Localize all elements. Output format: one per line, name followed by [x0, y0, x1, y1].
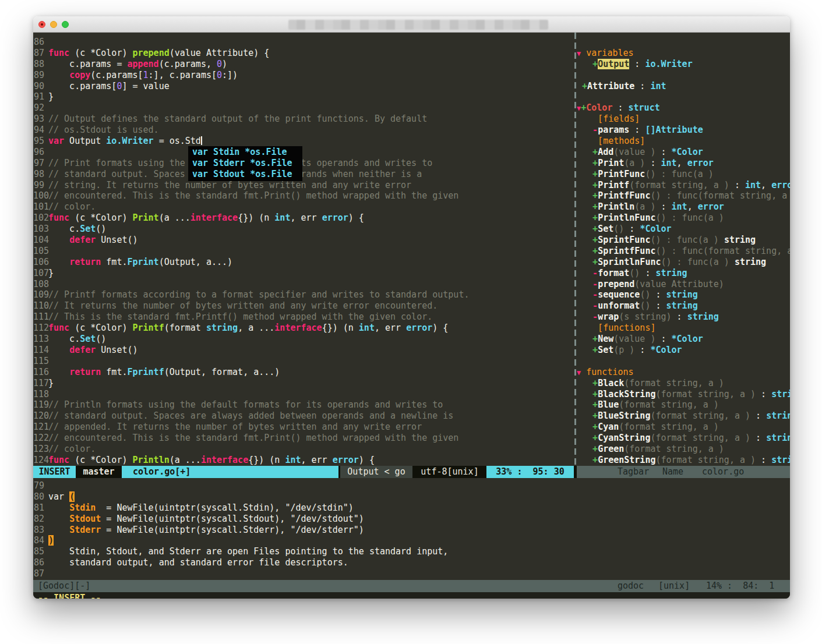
code-line[interactable]: 107}	[33, 268, 574, 279]
tagbar-item[interactable]: +SprintfFunc() : func(format string, a )…	[577, 246, 790, 257]
tagbar-item[interactable]	[577, 37, 790, 48]
tagbar-item[interactable]	[577, 91, 790, 102]
code-line[interactable]: 120// standard output. Spaces are always…	[33, 411, 574, 422]
tagbar-item[interactable]: +New(value ) : *Color	[577, 334, 790, 345]
code-line[interactable]: 121// appended. It returns the number of…	[33, 422, 574, 433]
tagbar-item[interactable]: +GreenString(format string, a ) : string	[577, 455, 790, 466]
code-line[interactable]: 106 return fmt.Fprint(Output, a...)	[33, 257, 574, 268]
tagbar-item[interactable]: +SprintlnFunc() : func(a ) string	[577, 257, 790, 268]
code-line[interactable]: 109// Printf formats according to a form…	[33, 289, 574, 300]
tagbar-item[interactable]: +SprintFunc() : func(a ) string	[577, 235, 790, 246]
tagbar-item[interactable]: +BlackString(format string, a ) : string	[577, 389, 790, 400]
godoc-line[interactable]: 80var (	[33, 491, 790, 503]
tagbar-item[interactable]: +Add(value ) : *Color	[577, 147, 790, 158]
code-line[interactable]: 116 return fmt.Fprintf(Output, format, a…	[33, 367, 574, 378]
tagbar-item[interactable]: +Printf(format string, a ) : int, error	[577, 180, 790, 191]
code-line[interactable]: 117}	[33, 378, 574, 389]
tagbar-item[interactable]: +Output : io.Writer	[577, 59, 790, 70]
completion-item[interactable]: var Stdout *os.File	[188, 169, 302, 180]
tagbar-item[interactable]: -unformat() : string	[577, 300, 790, 312]
tagbar-item[interactable]: +Green(format string, a )	[577, 444, 790, 455]
code-line[interactable]: 124func (c *Color) Println(a ...interfac…	[33, 455, 574, 466]
code-line[interactable]: 94// os.Stdout is used.	[33, 125, 574, 136]
tagbar-item[interactable]: -prepend(value Attribute)	[577, 279, 790, 290]
tagbar-item[interactable]: [fields]	[577, 114, 790, 125]
godoc-line[interactable]: 84)	[33, 535, 790, 546]
tagbar-item[interactable]: +Attribute : int	[577, 81, 790, 92]
tagbar-item[interactable]: +Blue(format string, a )	[577, 399, 790, 411]
tagbar-item[interactable]: ▼ functions	[577, 367, 790, 378]
godoc-line[interactable]: 86 standard output, and standard error f…	[33, 557, 790, 568]
code-line[interactable]: 95var Output io.Writer = os.Std	[33, 136, 574, 147]
tagbar-item[interactable]: ▼ variables	[577, 48, 790, 59]
tagbar-item[interactable]: -params : []Attribute	[577, 125, 790, 136]
godoc-line[interactable]: 85 Stdin, Stdout, and Stderr are open Fi…	[33, 546, 790, 557]
code-line[interactable]: 104 defer Unset()	[33, 235, 574, 246]
tagbar-item[interactable]: [functions]	[577, 323, 790, 334]
code-line[interactable]: 118	[33, 389, 574, 400]
code-line[interactable]: 108	[33, 279, 574, 290]
code-line[interactable]: 114 defer Unset()	[33, 345, 574, 356]
tagbar-pane[interactable]: ▼ variables +Output : io.Writer +Attribu…	[577, 37, 790, 466]
code-line[interactable]: 88 c.params = append(c.params, 0)	[33, 59, 574, 70]
line-number: 84	[33, 535, 48, 546]
main-editor-pane[interactable]: 8687func (c *Color) prepend(value Attrib…	[33, 37, 574, 466]
code-line[interactable]: 105	[33, 246, 574, 257]
code-line[interactable]: 97// Print formats using the default for…	[33, 158, 574, 169]
tagbar-item[interactable]: +PrintfFunc() : func(format string, a )	[577, 190, 790, 201]
tagbar-item[interactable]	[577, 70, 790, 81]
code-line[interactable]: 86	[33, 37, 574, 48]
tagbar-item[interactable]: +Black(format string, a )	[577, 378, 790, 389]
tagbar-item[interactable]: -wrap(s string) : string	[577, 312, 790, 323]
code-line[interactable]: 123// color.	[33, 444, 574, 455]
window-titlebar[interactable]	[33, 16, 790, 33]
tagbar-item[interactable]: +Set() : *Color	[577, 224, 790, 235]
code-line[interactable]: 103 c.Set()	[33, 224, 574, 235]
code-line[interactable]: 113 c.Set()	[33, 334, 574, 345]
godoc-preview-pane[interactable]: 7980var (81 Stdin = NewFile(uintptr(sysc…	[33, 480, 790, 578]
code-line[interactable]: 91}	[33, 91, 574, 102]
godoc-line[interactable]: 83 Stderr = NewFile(uintptr(syscall.Stde…	[33, 525, 790, 536]
code-line[interactable]: 100// encountered. This is the standard …	[33, 190, 574, 201]
tagbar-item[interactable]: +BlueString(format string, a ) : string	[577, 411, 790, 422]
close-button[interactable]	[38, 21, 45, 28]
code-line[interactable]: 90 c.params[0] = value	[33, 81, 574, 92]
code-line[interactable]: 87func (c *Color) prepend(value Attribut…	[33, 48, 574, 59]
tagbar-item[interactable]: +Cyan(format string, a )	[577, 422, 790, 433]
code-line[interactable]: 119// Println formats using the default …	[33, 399, 574, 411]
tagbar-item[interactable]: -format() : string	[577, 268, 790, 279]
tagbar-item[interactable]: -sequence() : string	[577, 289, 790, 300]
vertical-split-separator[interactable]	[574, 33, 576, 466]
tagbar-item[interactable]: +Println(a ) : int, error	[577, 201, 790, 213]
completion-item[interactable]: var Stderr *os.File	[188, 158, 302, 169]
godoc-line[interactable]: 81 Stdin = NewFile(uintptr(syscall.Stdin…	[33, 503, 790, 514]
tagbar-item[interactable]: +Set(p ) : *Color	[577, 345, 790, 356]
code-line[interactable]: 122// encountered. This is the standard …	[33, 433, 574, 444]
tagbar-item[interactable]: +CyanString(format string, a ) : string	[577, 433, 790, 444]
code-line[interactable]: 92	[33, 102, 574, 114]
tagbar-item[interactable]	[577, 356, 790, 367]
code-line[interactable]: 111// This is the standard fmt.Printf() …	[33, 312, 574, 323]
code-line[interactable]: 96	[33, 147, 574, 158]
code-line[interactable]: 112func (c *Color) Printf(format string,…	[33, 323, 574, 334]
code-line[interactable]: 89 copy(c.params[1:], c.params[0:])	[33, 70, 574, 81]
code-line[interactable]: 93// Output defines the standard output …	[33, 114, 574, 125]
tagbar-item[interactable]: [methods]	[577, 136, 790, 147]
code-line[interactable]: 102func (c *Color) Print(a ...interface{…	[33, 213, 574, 224]
godoc-line[interactable]: 87	[33, 568, 790, 578]
tagbar-item[interactable]: +Print(a ) : int, error	[577, 158, 790, 169]
godoc-line[interactable]: 79	[33, 480, 790, 491]
code-line[interactable]: 101// color.	[33, 201, 574, 213]
tagbar-item[interactable]: ▼+Color : struct	[577, 102, 790, 114]
code-line[interactable]: 110// It returns the number of bytes wri…	[33, 300, 574, 312]
tagbar-item[interactable]: +PrintFunc() : func(a )	[577, 169, 790, 180]
line-text: // string. It returns the number of byte…	[48, 180, 411, 191]
code-line[interactable]: 99// string. It returns the number of by…	[33, 180, 574, 191]
completion-item[interactable]: var Stdin *os.File	[188, 147, 302, 158]
zoom-button[interactable]	[62, 21, 69, 28]
minimize-button[interactable]	[50, 21, 57, 28]
code-line[interactable]: 115	[33, 356, 574, 367]
tagbar-item[interactable]: +PrintlnFunc() : func(a )	[577, 213, 790, 224]
godoc-line[interactable]: 82 Stdout = NewFile(uintptr(syscall.Stdo…	[33, 514, 790, 525]
code-line[interactable]: 98// standard output. Spaces are added b…	[33, 169, 574, 180]
